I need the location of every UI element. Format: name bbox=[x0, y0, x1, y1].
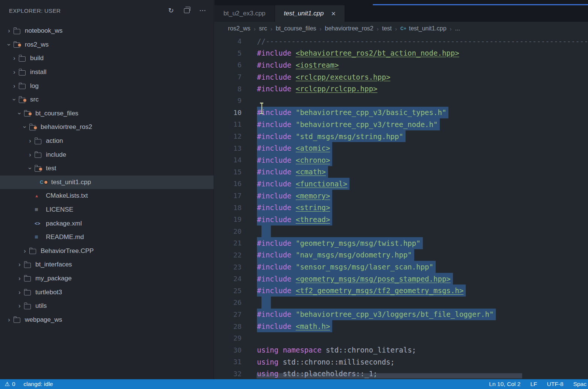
code-line-11[interactable]: 11#include "behaviortree_cpp_v3/tree_nod… bbox=[214, 118, 588, 130]
code-line-9[interactable]: 9 bbox=[214, 95, 588, 107]
collapse-folders-icon[interactable] bbox=[184, 8, 190, 13]
tree-item-bt_interfaces[interactable]: ›bt_interfaces bbox=[0, 258, 214, 272]
chevron-collapsed-icon: › bbox=[20, 248, 29, 254]
problems-indicator[interactable]: ⚠ 0 bbox=[5, 381, 15, 387]
code-line-18[interactable]: 18#include <string> bbox=[214, 201, 588, 213]
code-line-31[interactable]: 31using std::chrono::milliseconds; bbox=[214, 356, 588, 368]
code-line-10[interactable]: 10#include "behaviortree_cpp_v3/basic_ty… bbox=[214, 107, 588, 119]
tree-item-label: README.md bbox=[46, 233, 84, 241]
code-line-24[interactable]: 24#include <geometry_msgs/msg/pose_stamp… bbox=[214, 273, 588, 285]
tab-bt_u2_ex3.cpp[interactable]: bt_u2_ex3.cpp bbox=[214, 5, 275, 22]
code-line-19[interactable]: 19#include <thread> bbox=[214, 213, 588, 226]
tree-item-install[interactable]: ›install bbox=[0, 65, 214, 79]
code-line-14[interactable]: 14#include <chrono> bbox=[214, 154, 588, 166]
tree-item-src[interactable]: ›src bbox=[0, 93, 214, 107]
code-line-26[interactable]: 26 bbox=[214, 297, 588, 309]
tree-item-CMakeLists.txt[interactable]: ▲CMakeLists.txt bbox=[0, 189, 214, 203]
tree-item-webpage_ws[interactable]: ›webpage_ws bbox=[0, 313, 214, 327]
text-ibeam-mouse-cursor bbox=[259, 103, 264, 114]
tree-item-log[interactable]: ›log bbox=[0, 79, 214, 93]
tree-item-behaviortree_ros2[interactable]: ›behaviortree_ros2 bbox=[0, 120, 214, 134]
cmake-file-icon: ▲ bbox=[35, 194, 44, 198]
close-tab-icon[interactable]: × bbox=[331, 10, 336, 17]
folder-icon bbox=[14, 41, 23, 48]
breadcrumb-item-bt_course_files[interactable]: bt_course_files bbox=[276, 25, 316, 32]
breadcrumb-item-...[interactable]: ... bbox=[455, 25, 460, 32]
folder-icon bbox=[14, 28, 23, 34]
tab-label: bt_u2_ex3.cpp bbox=[223, 10, 266, 17]
code-text: #include <math.h> bbox=[257, 320, 332, 332]
tree-item-label: my_package bbox=[35, 275, 71, 282]
tree-item-notebook_ws[interactable]: ›notebook_ws bbox=[0, 24, 214, 38]
code-line-7[interactable]: 7#include <rclcpp/executors.hpp> bbox=[214, 71, 588, 83]
tree-item-LICENSE[interactable]: ≡LICENSE bbox=[0, 203, 214, 217]
code-line-15[interactable]: 15#include <cmath> bbox=[214, 166, 588, 178]
line-number: 11 bbox=[214, 118, 242, 130]
language-server-status[interactable]: clangd: idle bbox=[24, 381, 53, 387]
tree-item-test[interactable]: ›test bbox=[0, 162, 214, 176]
breadcrumb-item-test[interactable]: test bbox=[382, 25, 392, 32]
line-number: 16 bbox=[214, 178, 242, 190]
breadcrumb-separator-icon: › bbox=[254, 26, 256, 32]
code-line-5[interactable]: 5#include <behaviortree_ros2/bt_action_n… bbox=[214, 47, 588, 59]
folder-icon bbox=[29, 124, 39, 130]
line-number: 5 bbox=[214, 47, 242, 59]
code-line-28[interactable]: 28#include <math.h> bbox=[214, 320, 588, 332]
indentation-indicator[interactable]: Spac bbox=[573, 381, 586, 387]
tree-item-turtlebot3[interactable]: ›turtlebot3 bbox=[0, 285, 214, 299]
code-line-29[interactable]: 29 bbox=[214, 332, 588, 344]
code-line-20[interactable]: 20 bbox=[214, 226, 588, 238]
license-file-icon: ≡ bbox=[35, 206, 44, 213]
line-number: 12 bbox=[214, 130, 242, 142]
code-line-6[interactable]: 6#include <iostream> bbox=[214, 59, 588, 71]
code-line-12[interactable]: 12#include "std_msgs/msg/string.hpp" bbox=[214, 130, 588, 142]
tree-item-my_package[interactable]: ›my_package bbox=[0, 272, 214, 286]
code-line-21[interactable]: 21#include "geometry_msgs/msg/twist.hpp" bbox=[214, 237, 588, 249]
tree-item-bt_course_files[interactable]: ›bt_course_files bbox=[0, 107, 214, 121]
tree-item-action[interactable]: ›action bbox=[0, 134, 214, 148]
code-text: using namespace std::chrono_literals; bbox=[257, 344, 416, 356]
code-line-27[interactable]: 27#include "behaviortree_cpp_v3/loggers/… bbox=[214, 309, 588, 321]
tab-bar: bt_u2_ex3.cpptest_unit1.cpp× bbox=[214, 0, 588, 22]
tree-item-utils[interactable]: ›utils bbox=[0, 299, 214, 313]
code-line-4[interactable]: 4//-------------------------------------… bbox=[214, 35, 588, 47]
code-editor[interactable]: 4//-------------------------------------… bbox=[214, 35, 588, 379]
breadcrumb-item-test_unit1.cpp[interactable]: test_unit1.cpp bbox=[409, 25, 447, 32]
chevron-collapsed-icon: › bbox=[10, 69, 19, 76]
tree-item-build[interactable]: ›build bbox=[0, 51, 214, 65]
tree-item-test_unit1.cpp[interactable]: C+test_unit1.cpp bbox=[0, 176, 214, 189]
code-line-16[interactable]: 16#include <functional> bbox=[214, 178, 588, 190]
cursor-position[interactable]: Ln 10, Col 2 bbox=[489, 381, 521, 387]
code-text: #include <rclcpp/rclcpp.hpp> bbox=[257, 83, 377, 95]
tree-item-package.xml[interactable]: <>package.xml bbox=[0, 216, 214, 230]
readme-file-icon: ≡ bbox=[35, 234, 44, 241]
code-text: #include <cmath> bbox=[257, 166, 328, 178]
code-line-30[interactable]: 30using namespace std::chrono_literals; bbox=[214, 344, 588, 356]
breadcrumb-item-ros2_ws[interactable]: ros2_ws bbox=[228, 25, 251, 32]
tree-item-README.md[interactable]: ≡README.md bbox=[0, 230, 214, 244]
refresh-explorer-icon[interactable]: ↻ bbox=[168, 6, 174, 15]
folder-icon bbox=[24, 303, 34, 309]
status-bar: ⚠ 0 clangd: idle Ln 10, Col 2 LF UTF-8 S… bbox=[0, 379, 588, 389]
eol-indicator[interactable]: LF bbox=[530, 381, 537, 387]
horizontal-scrollbar-thumb[interactable] bbox=[257, 373, 522, 378]
code-line-13[interactable]: 13#include <atomic> bbox=[214, 142, 588, 154]
code-line-8[interactable]: 8#include <rclcpp/rclcpp.hpp> bbox=[214, 83, 588, 95]
line-number: 31 bbox=[214, 356, 242, 368]
code-line-22[interactable]: 22#include "nav_msgs/msg/odometry.hpp" bbox=[214, 249, 588, 261]
tab-test_unit1.cpp[interactable]: test_unit1.cpp× bbox=[275, 5, 345, 22]
line-number: 9 bbox=[214, 95, 242, 107]
tree-item-label: behaviortree_ros2 bbox=[41, 123, 92, 131]
code-line-23[interactable]: 23#include "sensor_msgs/msg/laser_scan.h… bbox=[214, 261, 588, 273]
tree-item-BehaviorTree.CPP[interactable]: ›BehaviorTree.CPP bbox=[0, 244, 214, 258]
more-actions-icon[interactable]: ⋯ bbox=[199, 6, 206, 15]
breadcrumb-item-behaviortree_ros2[interactable]: behaviortree_ros2 bbox=[325, 25, 374, 32]
encoding-indicator[interactable]: UTF-8 bbox=[547, 381, 564, 387]
code-line-25[interactable]: 25#include <tf2_geometry_msgs/tf2_geomet… bbox=[214, 285, 588, 297]
tree-item-ros2_ws[interactable]: ›ros2_ws bbox=[0, 38, 214, 52]
folder-icon bbox=[19, 55, 29, 62]
code-line-17[interactable]: 17#include <memory> bbox=[214, 190, 588, 202]
tree-item-label: webpage_ws bbox=[25, 316, 62, 324]
tree-item-include[interactable]: ›include bbox=[0, 148, 214, 162]
breadcrumb-item-src[interactable]: src bbox=[259, 25, 267, 32]
